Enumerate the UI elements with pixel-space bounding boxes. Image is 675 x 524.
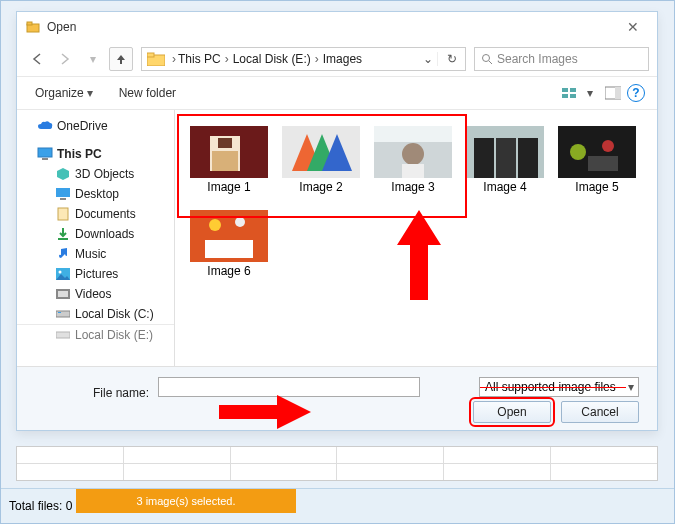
filetype-filter[interactable]: All supported image files ▾ bbox=[479, 377, 639, 397]
file-item[interactable]: Image 3 bbox=[367, 120, 459, 200]
address-bar[interactable]: › This PC › Local Disk (E:) › Images ⌄ ↻ bbox=[141, 47, 466, 71]
svg-rect-28 bbox=[212, 151, 238, 171]
tree-downloads[interactable]: Downloads bbox=[17, 224, 174, 244]
disk-icon bbox=[55, 306, 71, 322]
crumb-folder[interactable]: Images bbox=[323, 52, 362, 66]
chevron-right-icon: › bbox=[170, 52, 178, 66]
file-item[interactable]: Image 2 bbox=[275, 120, 367, 200]
tree-diske[interactable]: Local Disk (E:) bbox=[17, 324, 174, 345]
tree-documents[interactable]: Documents bbox=[17, 204, 174, 224]
annotation-arrow-up bbox=[397, 210, 441, 300]
cloud-icon bbox=[37, 118, 53, 134]
file-item[interactable]: Image 6 bbox=[183, 204, 275, 284]
up-button[interactable] bbox=[109, 47, 133, 71]
recent-dropdown[interactable]: ▾ bbox=[81, 47, 105, 71]
status-selection: 3 image(s) selected. bbox=[76, 489, 296, 513]
address-dropdown[interactable]: ⌄ bbox=[419, 52, 437, 66]
monitor-icon bbox=[37, 146, 53, 162]
app-icon bbox=[25, 19, 41, 35]
tree-onedrive[interactable]: OneDrive bbox=[17, 116, 174, 136]
close-icon[interactable]: ✕ bbox=[617, 17, 649, 37]
svg-rect-40 bbox=[518, 138, 538, 178]
svg-rect-46 bbox=[205, 240, 253, 258]
status-bar: Total files: 0 3 image(s) selected. bbox=[1, 488, 674, 523]
thumbnail bbox=[374, 126, 452, 178]
back-button[interactable] bbox=[25, 47, 49, 71]
bottom-panel: File name: All supported image files ▾ O… bbox=[17, 366, 657, 430]
file-label: Image 4 bbox=[483, 178, 526, 200]
svg-rect-9 bbox=[570, 94, 576, 98]
svg-rect-39 bbox=[496, 138, 516, 178]
search-icon bbox=[481, 53, 493, 65]
svg-marker-49 bbox=[397, 210, 441, 300]
open-button[interactable]: Open bbox=[473, 401, 551, 423]
chevron-down-icon: ▾ bbox=[624, 380, 638, 394]
svg-rect-17 bbox=[58, 238, 68, 240]
filename-input[interactable] bbox=[158, 377, 420, 397]
svg-rect-23 bbox=[58, 312, 61, 313]
forward-button[interactable] bbox=[53, 47, 77, 71]
svg-rect-36 bbox=[402, 164, 424, 178]
svg-rect-22 bbox=[56, 311, 70, 317]
svg-rect-21 bbox=[58, 291, 68, 297]
svg-rect-38 bbox=[474, 138, 494, 178]
svg-point-42 bbox=[570, 144, 586, 160]
crumb-thispc[interactable]: This PC bbox=[178, 52, 221, 66]
document-icon bbox=[55, 206, 71, 222]
new-folder-button[interactable]: New folder bbox=[113, 82, 182, 104]
chevron-down-icon: ▾ bbox=[587, 86, 593, 100]
svg-rect-11 bbox=[615, 87, 621, 99]
command-bar: Organize▾ New folder ▾ ? bbox=[17, 76, 657, 110]
help-icon[interactable]: ? bbox=[627, 84, 645, 102]
preview-pane-button[interactable] bbox=[599, 82, 627, 104]
picture-icon bbox=[55, 266, 71, 282]
svg-rect-14 bbox=[56, 188, 70, 197]
status-total: Total files: 0 bbox=[9, 499, 72, 513]
file-list[interactable]: Image 1 Image 2 Image 3 Image 4 bbox=[175, 110, 657, 366]
tree-diskc[interactable]: Local Disk (C:) bbox=[17, 304, 174, 324]
svg-rect-16 bbox=[58, 208, 68, 220]
dialog-buttons: Open Cancel bbox=[473, 401, 639, 423]
file-label: Image 3 bbox=[391, 178, 434, 200]
svg-point-47 bbox=[209, 219, 221, 231]
organize-button[interactable]: Organize▾ bbox=[29, 82, 99, 104]
tree-thispc[interactable]: This PC bbox=[17, 144, 174, 164]
download-icon bbox=[55, 226, 71, 242]
svg-rect-24 bbox=[56, 332, 70, 338]
file-item[interactable]: Image 1 bbox=[183, 120, 275, 200]
svg-point-19 bbox=[59, 271, 62, 274]
tree-desktop[interactable]: Desktop bbox=[17, 184, 174, 204]
svg-point-4 bbox=[483, 55, 490, 62]
svg-rect-27 bbox=[218, 138, 232, 148]
file-item[interactable]: Image 4 bbox=[459, 120, 551, 200]
svg-rect-7 bbox=[562, 94, 568, 98]
refresh-button[interactable]: ↻ bbox=[437, 52, 465, 66]
svg-rect-44 bbox=[588, 156, 618, 171]
video-icon bbox=[55, 286, 71, 302]
tree-music[interactable]: Music bbox=[17, 244, 174, 264]
dialog-body: OneDrive This PC 3D Objects Desktop Docu… bbox=[17, 110, 657, 366]
thumbnail bbox=[190, 126, 268, 178]
tree-pictures[interactable]: Pictures bbox=[17, 264, 174, 284]
svg-rect-13 bbox=[42, 158, 48, 160]
chevron-down-icon: ▾ bbox=[87, 86, 93, 100]
svg-rect-12 bbox=[38, 148, 52, 157]
svg-point-43 bbox=[602, 140, 614, 152]
file-item[interactable]: Image 5 bbox=[551, 120, 643, 200]
tree-3dobjects[interactable]: 3D Objects bbox=[17, 164, 174, 184]
chevron-right-icon: › bbox=[313, 52, 321, 66]
cancel-button[interactable]: Cancel bbox=[561, 401, 639, 423]
background-grid bbox=[16, 446, 658, 481]
window-title: Open bbox=[47, 20, 617, 34]
nav-bar: ▾ › This PC › Local Disk (E:) › Images ⌄… bbox=[17, 42, 657, 76]
chevron-right-icon: › bbox=[223, 52, 231, 66]
search-input[interactable]: Search Images bbox=[474, 47, 649, 71]
thumbnail bbox=[282, 126, 360, 178]
crumb-disk[interactable]: Local Disk (E:) bbox=[233, 52, 311, 66]
file-label: Image 2 bbox=[299, 178, 342, 200]
svg-point-48 bbox=[235, 217, 245, 227]
svg-rect-6 bbox=[562, 88, 568, 92]
tree-videos[interactable]: Videos bbox=[17, 284, 174, 304]
filename-label: File name: bbox=[35, 386, 155, 400]
view-button[interactable]: ▾ bbox=[556, 82, 599, 104]
